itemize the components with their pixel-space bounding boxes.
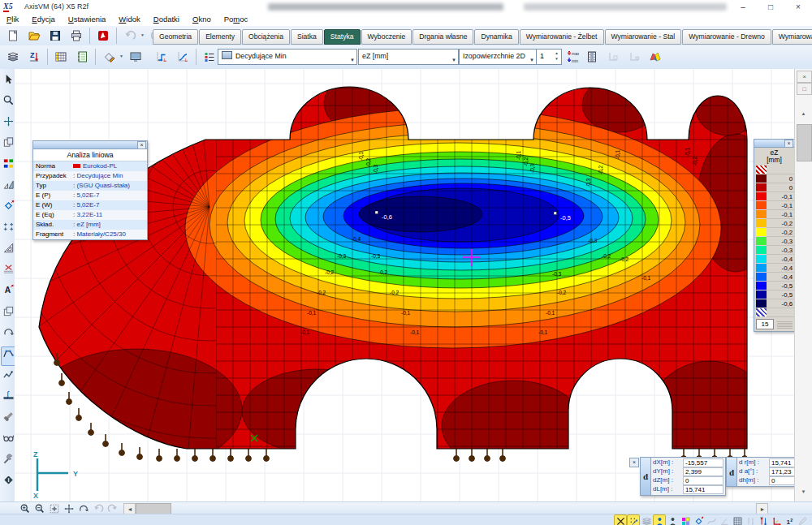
scale-tool-button[interactable] <box>1 178 15 197</box>
min-max-button[interactable]: max min <box>563 48 582 66</box>
menu-widok[interactable]: Widok <box>112 14 146 26</box>
menu-edycja[interactable]: Edycja <box>25 14 62 26</box>
workplane-button[interactable] <box>653 514 666 525</box>
geometry-tool-button[interactable] <box>1 199 15 218</box>
select-cursor-button[interactable] <box>1 72 15 92</box>
redraw-button[interactable] <box>796 514 809 525</box>
panel-handle[interactable]: d <box>641 458 651 495</box>
scroll-down-icon[interactable]: ▼ <box>797 489 810 494</box>
chevron-down-icon[interactable]: ▼ <box>119 48 125 64</box>
detail-parts-button[interactable] <box>1 304 15 324</box>
exponent-format-button[interactable]: 12 <box>783 514 796 525</box>
tab-dynamika[interactable]: Dynamika <box>474 29 518 45</box>
undo-button[interactable] <box>120 27 140 45</box>
maximize-button[interactable]: □ <box>757 0 784 14</box>
tab-geometria[interactable]: Geometria <box>153 29 198 45</box>
component-combo[interactable]: eZ [mm]▼ <box>358 49 459 65</box>
tab-siatka[interactable]: Siatka <box>291 29 323 45</box>
numbering-order-button[interactable] <box>1 325 15 345</box>
angle-button[interactable] <box>718 514 731 525</box>
axes-toggle-button[interactable] <box>770 514 783 525</box>
dimension-tool-button[interactable] <box>1 346 15 366</box>
text-label-button[interactable]: A <box>1 283 15 303</box>
new-button[interactable] <box>3 27 23 45</box>
menu-dodatki[interactable]: Dodatki <box>147 14 186 26</box>
tab-obciążenia[interactable]: Obciążenia <box>242 29 290 45</box>
mesh-toggle-button[interactable] <box>731 514 744 525</box>
grid-snap-button[interactable] <box>627 514 640 525</box>
zoom-tool-button[interactable] <box>1 93 15 113</box>
tab-drgania-własne[interactable]: Drgania własne <box>412 29 473 45</box>
background-color-button[interactable] <box>679 514 692 525</box>
tab-elementy[interactable]: Elementy <box>199 29 241 45</box>
color-coding-button[interactable] <box>1 157 15 176</box>
model-canvas[interactable]: -0,1-0,2-0,3-0,1-0,2-0,3-0,1-0,2-0,3-0,1… <box>15 69 794 501</box>
level-spinner[interactable]: 1 ▲▼ <box>536 49 562 65</box>
print-button[interactable] <box>67 27 86 45</box>
zoom-fit-button[interactable] <box>47 502 62 514</box>
display-options-button[interactable] <box>126 48 145 66</box>
panel-title-bar[interactable]: × <box>754 140 794 148</box>
extremes-button[interactable] <box>757 514 770 525</box>
vertical-scroll-thumb[interactable] <box>797 124 812 161</box>
tab-wymiarowanie-stal[interactable]: Wymiarowanie - Stal <box>605 29 682 45</box>
crosshair-toggle-button[interactable] <box>614 514 627 525</box>
panel-close-icon[interactable]: × <box>797 71 812 83</box>
linear-diagram-button[interactable]: L <box>152 48 171 66</box>
mesh-nodes-button[interactable] <box>1 220 15 239</box>
rotate-view-button[interactable] <box>76 502 91 514</box>
tab-wymiarowanie-drewno[interactable]: Wymiarowanie - Drewno <box>682 29 771 45</box>
save-button[interactable] <box>45 27 65 45</box>
move-tool-button[interactable] <box>1 114 15 134</box>
tab-wymiarowanie-mur[interactable]: Wymiarowanie - Mur <box>772 29 812 45</box>
copy-drawing-button[interactable] <box>603 48 623 66</box>
menu-plik[interactable]: Plik <box>0 14 25 26</box>
section-segment-button[interactable]: ∫ <box>1 389 15 408</box>
pdf-button[interactable] <box>93 27 113 45</box>
view-redo-button[interactable] <box>106 502 120 514</box>
isosurface-map-button[interactable] <box>646 48 665 66</box>
copy-objects-button[interactable] <box>1 136 15 155</box>
break-lines-button[interactable] <box>1 262 15 282</box>
menu-ustawienia[interactable]: Ustawienia <box>62 14 112 26</box>
close-icon[interactable]: × <box>137 141 146 149</box>
close-icon[interactable]: × <box>784 140 793 148</box>
table-browser-button[interactable] <box>51 48 71 66</box>
display-mode-combo[interactable]: Izopowierzchnie 2D▼ <box>459 49 537 65</box>
storey-button[interactable]: Z <box>24 48 44 66</box>
minimize-button[interactable]: – <box>729 0 757 14</box>
spline-button[interactable] <box>705 514 718 525</box>
section-line-button[interactable] <box>1 368 15 387</box>
structure-mode-button[interactable] <box>666 514 679 525</box>
info-tool-button[interactable]: i <box>1 473 15 493</box>
set-square-button[interactable] <box>1 241 15 260</box>
report-maker-button[interactable] <box>72 48 92 66</box>
zoom-in-button[interactable] <box>18 502 32 514</box>
close-icon[interactable]: × <box>629 458 639 467</box>
nonlinear-diagram-button[interactable]: L <box>173 48 192 66</box>
tab-wymiarowanie-żelbet[interactable]: Wymiarowanie - Żelbet <box>520 29 604 45</box>
close-button[interactable]: × <box>784 0 812 14</box>
shrink-button[interactable] <box>744 514 757 525</box>
menu-pomoc[interactable]: Pomoc <box>218 14 255 26</box>
result-details-button[interactable] <box>200 48 219 66</box>
spinner-arrows-icon[interactable]: ▲▼ <box>553 50 560 62</box>
vertical-scrollbar[interactable]: × □ ▲ ▼ <box>794 69 812 501</box>
open-button[interactable] <box>24 27 44 45</box>
tab-wyboczenie[interactable]: Wyboczenie <box>361 29 412 45</box>
legend-levels-count[interactable]: 15 <box>756 319 774 329</box>
panel-dock-icon[interactable]: □ <box>797 83 812 95</box>
paste-drawing-button[interactable] <box>624 48 644 66</box>
drawing-settings-button[interactable] <box>99 48 119 66</box>
settings-wrench-button[interactable] <box>1 452 15 471</box>
panel-title-bar[interactable]: × <box>33 141 147 149</box>
animation-button[interactable] <box>582 48 602 66</box>
visibility-glasses-button[interactable] <box>1 431 15 450</box>
menu-okno[interactable]: Okno <box>186 14 218 26</box>
view-undo-button[interactable] <box>91 502 106 514</box>
layers-button[interactable] <box>3 48 23 66</box>
perspective-button[interactable] <box>692 514 705 525</box>
tab-statyka[interactable]: Statyka <box>324 29 361 45</box>
layers-status-button[interactable] <box>640 514 653 525</box>
scroll-up-icon[interactable]: ▲ <box>797 111 810 116</box>
